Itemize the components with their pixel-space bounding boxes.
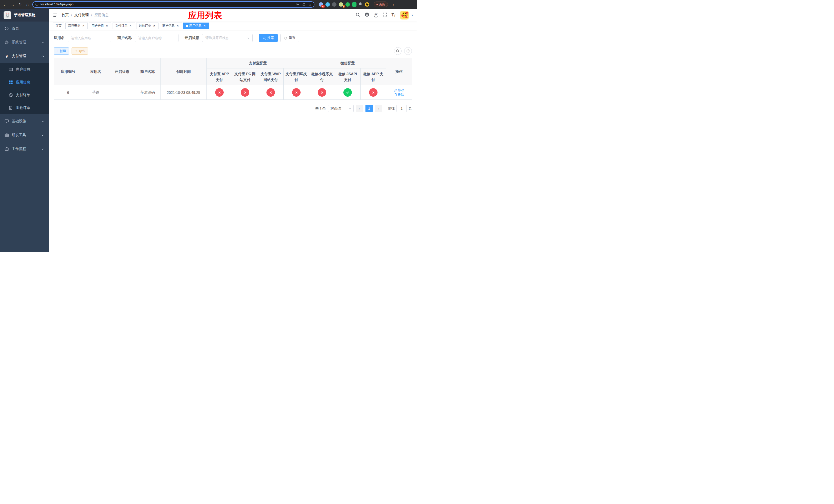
devtools-extension-icon[interactable] (326, 2, 330, 7)
sidebar-item-pay-order[interactable]: 支付订单 (0, 89, 49, 101)
next-page-button[interactable]: › (375, 105, 382, 112)
share-icon[interactable] (302, 3, 306, 6)
status-select[interactable]: 请选择开启状态 (202, 34, 253, 42)
col-header-create-time: 创建时间 (160, 58, 207, 85)
col-header-merchant-name: 商户名称 (135, 58, 160, 85)
cell-app-name: 芋道 (82, 85, 109, 100)
update-button[interactable]: 更新 (374, 2, 388, 7)
sidebar-menu: 首页 系统管理 ¥ 支付管理 商户信息 (0, 22, 49, 156)
green-square-extension-icon[interactable] (352, 2, 356, 7)
col-header-alipay-wap: 支付宝 WAP 网站支付 (258, 68, 284, 85)
breadcrumb-payment[interactable]: 支付管理 (74, 13, 89, 18)
search-icon[interactable] (356, 13, 360, 18)
status-check-icon (344, 88, 352, 97)
export-button[interactable]: 导出 (71, 47, 88, 54)
chevron-down-icon (349, 107, 351, 110)
col-header-alipay-app: 支付宝 APP 支付 (207, 68, 232, 85)
sidebar-item-home[interactable]: 首页 (0, 22, 49, 36)
chevron-down-icon (41, 41, 44, 44)
col-header-status: 开启状态 (109, 58, 135, 85)
reset-button[interactable]: 重置 (280, 34, 299, 42)
github-icon[interactable] (365, 12, 369, 18)
green-circle-extension-icon[interactable] (346, 2, 350, 7)
hamburger-icon[interactable] (53, 13, 58, 18)
screen: ← → ↻ ⌂ ⓘ localhost:1024/pay/app ☆ 10 1 … (0, 0, 417, 252)
app-name-input[interactable] (68, 34, 111, 42)
status-cross-icon (266, 88, 275, 97)
refresh-icon (406, 49, 410, 53)
goto-page-input[interactable] (396, 105, 407, 112)
yen-icon: ¥ (5, 54, 9, 59)
breadcrumb: 首页 / 支付管理 / 应用信息 (62, 13, 109, 18)
page-1-button[interactable]: 1 (366, 105, 373, 112)
merchant-name-input[interactable] (135, 34, 178, 42)
tab-home[interactable]: 首页 (53, 23, 64, 29)
cell-app-id: 6 (54, 85, 82, 100)
add-button[interactable]: + 新增 (54, 47, 69, 54)
dark-extension-icon[interactable] (332, 2, 336, 7)
caret-down-icon[interactable]: ▾ (411, 14, 413, 17)
home-icon[interactable]: ⌂ (25, 2, 30, 7)
sidebar-item-payment[interactable]: ¥ 支付管理 (0, 49, 49, 63)
col-header-wx-jsapi: 微信 JSAPI 支付 (335, 68, 360, 85)
close-icon[interactable]: × (203, 24, 206, 27)
cell-alipay-app (207, 85, 232, 100)
close-icon[interactable]: × (176, 24, 179, 27)
tab-refund-order[interactable]: 退款订单× (136, 23, 158, 29)
reload-icon[interactable]: ↻ (18, 2, 23, 7)
close-icon[interactable]: × (82, 24, 85, 27)
tab-user-group[interactable]: 用户分组× (89, 23, 111, 29)
tab-counter-extension-icon[interactable]: 10 (319, 2, 323, 7)
tab-pay-order[interactable]: 支付订单× (113, 23, 135, 29)
translate-extension-icon[interactable]: 1 (339, 2, 343, 7)
refresh-table-button[interactable] (404, 47, 412, 55)
back-icon[interactable]: ← (3, 2, 8, 7)
sidebar-item-system[interactable]: 系统管理 (0, 36, 49, 49)
close-icon[interactable]: × (105, 24, 109, 27)
cell-wx-mini (309, 85, 335, 100)
extensions-puzzle-icon[interactable] (359, 2, 363, 7)
site-info-icon[interactable]: ⓘ (36, 2, 39, 7)
sidebar-item-infrastructure[interactable]: 基础设施 (0, 114, 49, 128)
status-cross-icon (241, 88, 249, 97)
close-icon[interactable]: × (152, 24, 156, 27)
profile-avatar-icon[interactable]: 😀 (365, 2, 369, 7)
status-cross-icon (369, 88, 377, 97)
cell-alipay-wap (258, 85, 284, 100)
search-button[interactable]: 搜索 (259, 34, 278, 42)
tab-app-info[interactable]: 应用信息× (183, 23, 209, 29)
help-icon[interactable]: ? (374, 13, 378, 18)
sidebar-item-refund-order[interactable]: 退款订单 (0, 101, 49, 114)
chevron-down-icon (247, 37, 250, 40)
forward-icon[interactable]: → (10, 2, 15, 7)
sidebar-item-workflow[interactable]: 工作流程 (0, 142, 49, 156)
active-dot-icon (186, 25, 188, 27)
bookmark-star-icon[interactable]: ☆ (308, 3, 311, 6)
toolbox-icon (5, 133, 9, 137)
user-avatar[interactable]: 🥰 (400, 11, 409, 20)
prev-page-button[interactable]: ‹ (356, 105, 363, 112)
cell-status (109, 85, 135, 100)
close-icon[interactable]: × (129, 24, 132, 27)
toggle-search-button[interactable] (394, 47, 402, 55)
col-header-app-name: 应用名 (82, 58, 109, 85)
fullscreen-icon[interactable] (383, 13, 387, 18)
browser-menu-icon[interactable]: ⋮ (391, 2, 395, 7)
app-logo[interactable]: 🐰 芋道管理系统 (0, 9, 49, 22)
delete-button[interactable]: 删除 (394, 93, 404, 97)
breadcrumb-home[interactable]: 首页 (62, 13, 69, 18)
tab-process-form[interactable]: 流程表单× (65, 23, 88, 29)
pencil-icon (394, 89, 397, 92)
logo-avatar: 🐰 (4, 11, 11, 19)
password-key-icon[interactable] (296, 3, 299, 6)
font-size-icon[interactable]: TT (392, 13, 396, 17)
cell-create-time: 2021-10-23 08:49:25 (160, 85, 207, 100)
sidebar-item-dev-tools[interactable]: 研发工具 (0, 128, 49, 142)
tab-merchant-info[interactable]: 商户信息× (160, 23, 182, 29)
edit-button[interactable]: 修改 (394, 88, 404, 92)
url-bar[interactable]: ⓘ localhost:1024/pay/app ☆ (32, 1, 314, 8)
sidebar-item-app-info[interactable]: 应用信息 (0, 76, 49, 89)
page-size-select[interactable]: 10条/页 (328, 105, 354, 112)
sidebar-item-merchant-info[interactable]: 商户信息 (0, 63, 49, 76)
group-header-alipay: 支付宝配置 (207, 58, 309, 68)
